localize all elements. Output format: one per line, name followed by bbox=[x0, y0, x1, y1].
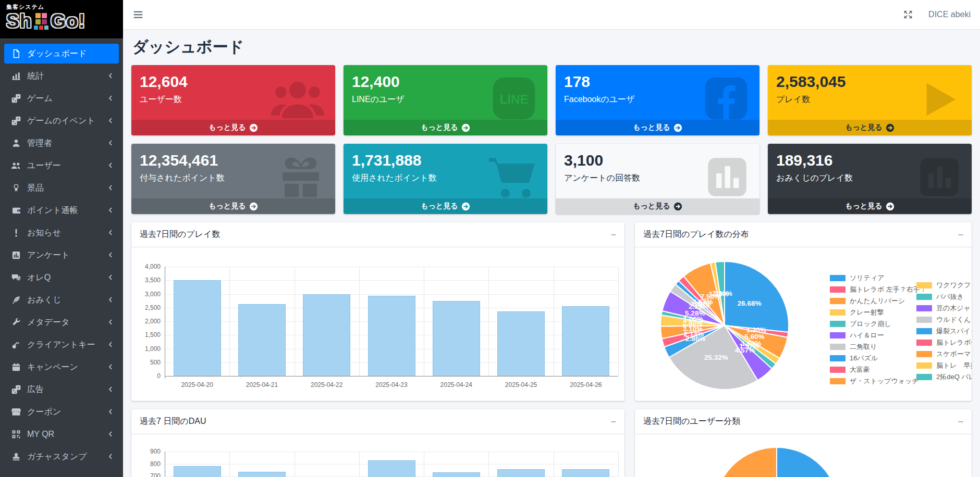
sidebar: 集客システム Sh Go! ダッシュボード統計ゲームゲームのイベント管理者ユーザ… bbox=[0, 0, 123, 477]
legend-swatch bbox=[916, 351, 932, 357]
legend-label: 2拓deQ バレ bbox=[936, 372, 972, 382]
sidebar-item-stats[interactable]: 統計 bbox=[4, 66, 119, 86]
sidebar-item-ads[interactable]: 広告 bbox=[4, 380, 119, 399]
sidebar-item-prizes[interactable]: 景品 bbox=[4, 178, 119, 198]
dice-icon bbox=[9, 93, 23, 104]
user-category-chart-card: 過去7日間のユーザー分類 − bbox=[635, 409, 972, 477]
sidebar-item-admin[interactable]: 管理者 bbox=[4, 133, 119, 153]
sidebar-item-oreq[interactable]: オレQ bbox=[4, 268, 119, 287]
chevron-left-icon bbox=[107, 117, 115, 127]
legend-item[interactable]: 豆の木ジャン bbox=[916, 304, 972, 313]
legend-item[interactable]: ブロック崩し bbox=[830, 319, 924, 329]
stat-card-more-link[interactable]: もっと見る bbox=[131, 120, 335, 135]
legend-item[interactable]: 脳トレラボ 左手？右手？ bbox=[830, 285, 924, 294]
pie-slice bbox=[714, 447, 777, 477]
sidebar-item-label: ダッシュボード bbox=[27, 48, 87, 59]
legend-item[interactable]: 大富豪 bbox=[830, 365, 924, 374]
stat-card-more-link[interactable]: もっと見る bbox=[131, 198, 335, 214]
sidebar-item-dashboard[interactable]: ダッシュボード bbox=[4, 44, 119, 64]
sidebar-item-campaign[interactable]: キャンペーン bbox=[4, 357, 119, 377]
y-axis-tick: 4,000 bbox=[130, 263, 161, 270]
legend-item[interactable]: 爆裂スパイク bbox=[916, 327, 972, 336]
legend-item[interactable]: クレー射撃 bbox=[830, 308, 924, 317]
sidebar-item-label: ガチャスタンプ bbox=[27, 451, 87, 462]
legend-label: ザ・ストップウォッチ bbox=[850, 376, 919, 386]
sidebar-item-coupon[interactable]: クーポン bbox=[4, 402, 119, 422]
stat-card-more-link[interactable]: もっと見る bbox=[768, 120, 972, 135]
y-axis-tick: 3,500 bbox=[130, 277, 161, 284]
distribution-chart-card: 過去7日間のプレイ数の分布 − 26.68%1.30%5.60%1.66%1.5… bbox=[635, 222, 972, 401]
content-area: ダッシュボード 12,604ユーザー数もっと見るLINE12,400LINEのユ… bbox=[123, 30, 980, 477]
brand-logo-text-right: Go! bbox=[51, 11, 85, 31]
legend-item[interactable]: ウルドくんダ bbox=[916, 315, 972, 324]
collapse-button[interactable]: − bbox=[958, 417, 963, 426]
sidebar-item-metadata[interactable]: メタデータ bbox=[4, 312, 119, 332]
chevron-left-icon bbox=[107, 206, 115, 216]
sidebar-item-myqr[interactable]: MY QR bbox=[4, 424, 119, 444]
stat-card-more-link[interactable]: もっと見る bbox=[344, 198, 547, 214]
arrow-circle-right-icon bbox=[886, 202, 895, 211]
user-category-chart-title: 過去7日間のユーザー分類 bbox=[643, 416, 740, 427]
collapse-button[interactable]: − bbox=[610, 230, 616, 240]
sidebar-item-omikuji[interactable]: おみくじ bbox=[4, 290, 119, 310]
stat-label: 付与されたポイント数 bbox=[140, 173, 327, 184]
legend-item[interactable]: ハイ＆ロー bbox=[830, 331, 924, 340]
sidebar-item-label: ユーザー bbox=[27, 160, 61, 171]
stat-card-more-link[interactable]: もっと見る bbox=[556, 120, 760, 135]
legend-item[interactable]: かんたんリバーシ bbox=[830, 296, 924, 306]
sidebar-item-game-event[interactable]: ゲームのイベント bbox=[4, 111, 119, 131]
stamp-icon bbox=[9, 452, 23, 461]
sidebar-item-game[interactable]: ゲーム bbox=[4, 89, 119, 108]
chevron-left-icon bbox=[107, 251, 115, 261]
chevron-left-icon bbox=[107, 139, 115, 149]
sidebar-item-label: おみくじ bbox=[27, 295, 62, 306]
legend-item[interactable]: ババ抜き bbox=[916, 292, 972, 302]
legend-swatch bbox=[830, 321, 846, 327]
legend-item[interactable]: 2拓deQ バレ bbox=[916, 372, 972, 382]
legend-item[interactable]: ワクワクフィ bbox=[916, 281, 972, 290]
more-label: もっと見る bbox=[421, 123, 458, 132]
bar bbox=[497, 469, 545, 477]
legend-item[interactable]: ザ・ストップウォッチ bbox=[830, 376, 924, 386]
collapse-button[interactable]: − bbox=[610, 417, 616, 426]
bar bbox=[238, 472, 286, 477]
sidebar-toggle-button[interactable] bbox=[132, 9, 144, 20]
qrcode-icon bbox=[9, 430, 23, 439]
y-axis-tick: 700 bbox=[130, 472, 161, 477]
brand-logo[interactable]: 集客システム Sh Go! bbox=[0, 0, 123, 39]
sidebar-item-point-book[interactable]: ポイント通帳 bbox=[4, 200, 119, 220]
chevron-left-icon bbox=[107, 72, 115, 82]
brand-system-label: 集客システム bbox=[6, 3, 118, 11]
stat-card-more-link[interactable]: もっと見る bbox=[556, 198, 760, 214]
legend-label: ソリティア bbox=[850, 273, 885, 283]
fullscreen-button[interactable] bbox=[902, 9, 914, 20]
legend-item[interactable]: 脳トレ 早押 bbox=[916, 361, 972, 370]
legend-label: スケボーマン bbox=[936, 349, 972, 359]
legend-swatch bbox=[916, 282, 932, 288]
sidebar-item-users[interactable]: ユーザー bbox=[4, 156, 119, 175]
stat-card-more-link[interactable]: もっと見る bbox=[768, 198, 972, 214]
sidebar-item-client-key[interactable]: クライアントキー bbox=[4, 335, 119, 355]
legend-item[interactable]: スケボーマン bbox=[916, 349, 972, 359]
legend-item[interactable]: ソリティア bbox=[830, 273, 924, 283]
legend-item[interactable]: 二角取り bbox=[830, 342, 924, 352]
stat-value: 12,400 bbox=[352, 72, 539, 92]
feather-icon bbox=[9, 295, 23, 305]
x-axis-tick: 2025-04-25 bbox=[488, 381, 553, 388]
legend-item[interactable]: 脳トレラボ仲 bbox=[916, 338, 972, 347]
stat-card-more-link[interactable]: もっと見る bbox=[344, 120, 547, 135]
comments-icon bbox=[9, 273, 23, 282]
sidebar-item-news[interactable]: お知らせ bbox=[4, 223, 119, 243]
user-menu[interactable]: DICE abeki bbox=[928, 10, 971, 19]
stat-label: ユーザー数 bbox=[140, 94, 327, 105]
brand-square bbox=[35, 13, 41, 18]
collapse-button[interactable]: − bbox=[958, 230, 963, 240]
pie-slice bbox=[777, 447, 839, 477]
legend-swatch bbox=[830, 309, 846, 316]
sidebar-item-gacha-stamp[interactable]: ガチャスタンプ bbox=[4, 447, 119, 467]
more-label: もっと見る bbox=[845, 123, 882, 132]
x-axis-tick: 2025-04-20 bbox=[165, 381, 229, 388]
award-icon bbox=[9, 183, 23, 193]
sidebar-item-survey[interactable]: アンケート bbox=[4, 245, 119, 265]
legend-item[interactable]: 16パズル bbox=[830, 354, 924, 363]
